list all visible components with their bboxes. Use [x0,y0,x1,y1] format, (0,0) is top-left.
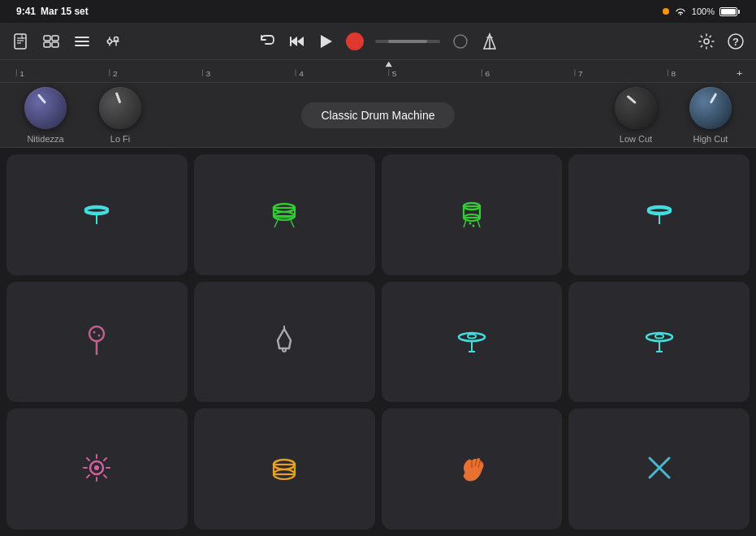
pad-maraca[interactable] [6,282,188,403]
svg-point-76 [655,335,663,339]
svg-text:?: ? [732,36,739,48]
pad-hihat-closed[interactable] [6,154,188,275]
svg-point-68 [98,335,101,337]
svg-text:2: 2 [113,71,118,78]
lowcut-knob[interactable] [615,87,657,129]
rewind-button[interactable] [287,32,305,50]
list-button[interactable] [73,32,91,50]
undo-button[interactable] [258,32,276,50]
pad-snare[interactable] [194,154,375,275]
highcut-label: High Cut [693,134,728,144]
document-button[interactable] [11,32,29,50]
status-indicators: 100% [663,6,740,16]
svg-point-14 [108,39,112,43]
instrument-name: Classic Drum Machine [301,102,454,128]
svg-point-65 [89,326,104,341]
svg-point-72 [468,335,476,339]
tracks-button[interactable] [42,32,60,50]
svg-rect-0 [15,34,26,49]
time: 9:41 [16,6,36,17]
pad-hihat2[interactable] [568,154,750,275]
date: Mar 15 set [41,6,89,17]
play-button[interactable] [317,32,335,50]
orange-dot-icon [663,8,669,15]
svg-point-67 [93,331,96,334]
clap-icon [454,450,490,489]
toolbar: ? [0,23,756,60]
svg-text:3: 3 [206,71,211,78]
cymbal-icon [454,322,490,361]
svg-line-84 [87,458,89,460]
svg-text:6: 6 [485,71,490,78]
pads-row-3 [6,408,750,530]
svg-line-86 [104,458,106,460]
svg-marker-17 [297,37,304,46]
highcut-knob-group: High Cut [689,87,732,144]
pad-cymbal2[interactable] [568,282,750,403]
metronome-button[interactable] [481,32,499,50]
svg-rect-18 [290,37,292,46]
volume-fill [388,40,427,43]
svg-point-24 [704,39,709,44]
nitidezza-knob[interactable] [24,87,67,129]
sticks-icon [642,450,677,489]
svg-rect-7 [52,42,58,47]
pad-clap[interactable] [382,408,563,530]
settings-button[interactable] [698,32,715,50]
svg-line-59 [477,220,480,227]
pad-siren[interactable] [6,408,188,530]
pads-row-1 [6,154,750,275]
svg-rect-6 [44,42,50,47]
svg-line-85 [104,475,106,478]
svg-point-61 [472,225,474,227]
toolbar-left [11,32,256,50]
svg-rect-4 [44,36,50,41]
lofi-knob[interactable] [99,87,141,129]
pad-cymbal[interactable] [382,282,563,403]
svg-text:1: 1 [19,71,24,78]
record-button[interactable] [346,32,364,50]
status-bar: 9:41 Mar 15 set 100% [0,0,756,23]
hihat-closed-icon [79,195,114,234]
maraca-icon [79,322,114,361]
pad-cowbell[interactable] [382,154,563,275]
nitidezza-label: Nitidezza [27,134,63,144]
toolbar-right: ? [500,32,745,50]
help-button[interactable]: ? [727,32,745,50]
lowcut-label: Low Cut [620,134,652,144]
svg-text:5: 5 [392,71,397,78]
svg-point-20 [454,35,467,48]
ruler: 1 2 3 4 5 6 7 8 + [0,60,756,83]
battery-text: 100% [692,6,715,16]
siren-icon [79,450,114,489]
svg-rect-5 [52,36,58,41]
pads-area [0,148,756,536]
svg-point-88 [94,465,99,470]
lofi-label: Lo Fi [110,134,130,144]
svg-line-58 [464,220,466,227]
master-button[interactable] [451,32,469,50]
cowbell2-icon [266,322,302,361]
pad-cowbell2[interactable] [194,282,375,403]
svg-line-87 [87,475,89,478]
wifi-icon [674,6,687,16]
svg-text:+: + [736,67,742,78]
bassdrum-icon [266,450,302,489]
toolbar-center [256,32,500,50]
pad-bass-drum[interactable] [194,408,375,530]
lowcut-knob-group: Low Cut [615,87,657,144]
highcut-knob[interactable] [689,87,732,129]
svg-point-69 [283,348,286,352]
record-circle-icon [346,32,364,50]
status-time-date: 9:41 Mar 15 set [16,6,89,17]
controls-row: Nitidezza Lo Fi Classic Drum Machine Low… [0,83,756,148]
svg-point-60 [469,223,471,225]
pad-sticks[interactable] [568,408,750,530]
lofi-knob-group: Lo Fi [99,87,141,144]
svg-line-54 [291,220,294,227]
volume-slider[interactable] [375,40,440,43]
nitidezza-knob-group: Nitidezza [24,87,67,144]
svg-point-15 [114,37,119,41]
cymbal2-icon [642,322,677,361]
mixer-button[interactable] [104,32,122,50]
